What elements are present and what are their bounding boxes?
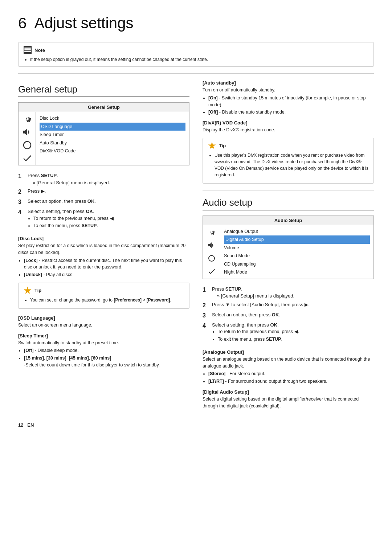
note-icon xyxy=(24,46,32,54)
analogue-output-section: [Analogue Output] Select an analogue set… xyxy=(203,349,374,385)
note-item: If the setup option is grayed out, it me… xyxy=(30,56,368,63)
tip-label: Tip xyxy=(34,288,41,293)
audio-speaker-icon xyxy=(206,240,217,251)
divx-tip-list: Use this player's DivX registration code… xyxy=(208,152,368,178)
auto-standby-bullets: [On] - Switch to standby 15 minutes of i… xyxy=(203,95,374,116)
svg-rect-0 xyxy=(24,48,31,49)
divx-tip-item: Use this player's DivX registration code… xyxy=(215,152,368,178)
audio-setup-menu: Analogue Output Digital Audio Setup Volu… xyxy=(220,225,373,279)
general-setup-title: General setup xyxy=(18,84,189,97)
osd-language-body: Select an on-screen menu language. xyxy=(18,322,189,329)
audio-sep xyxy=(203,190,374,190)
sleep-timer-title: [Sleep Timer] xyxy=(18,333,189,338)
gear-icon xyxy=(22,114,33,124)
digital-audio-section: [Digital Audio Setup] Select a digital s… xyxy=(203,389,374,410)
bullet-lock: [Lock] - Restrict access to the current … xyxy=(24,257,189,271)
menu-item-auto-standby: Auto Standby xyxy=(40,139,185,147)
tip-label-2: Tip xyxy=(219,143,226,148)
disc-lock-title: [Disc Lock] xyxy=(18,236,189,241)
auto-standby-body: Turn on or off automatically standby. xyxy=(203,87,374,94)
step-4: 4 Select a setting, then press OK. To re… xyxy=(18,208,189,231)
digital-audio-body: Select a digital setting based on the di… xyxy=(203,396,374,410)
audio-menu-digital: Digital Audio Setup xyxy=(224,235,370,244)
auto-standby-title: [Auto standby] xyxy=(203,80,374,86)
bullet-unlock: [Unlock] - Play all discs. xyxy=(24,271,189,278)
audio-setup-table: Audio Setup xyxy=(203,216,374,279)
audio-circle-icon xyxy=(206,253,217,264)
disc-lock-body: Set play restriction for a disc which is… xyxy=(18,242,189,256)
audio-setup-table-header: Audio Setup xyxy=(203,216,373,225)
note-box: Note If the setup option is grayed out, … xyxy=(18,42,374,67)
osd-language-section: [OSD Language] Select an on-screen menu … xyxy=(18,315,189,329)
tip-star-icon xyxy=(24,287,32,295)
main-content: General setup General Setup xyxy=(18,80,374,414)
audio-gear-icon xyxy=(206,227,217,238)
note-label: Note xyxy=(34,48,45,53)
speaker-icon xyxy=(22,127,33,138)
auto-standby-section: [Auto standby] Turn on or off automatica… xyxy=(203,80,374,116)
general-setup-steps: 1 Press SETUP. » [General Setup] menu is… xyxy=(18,172,189,231)
svg-rect-1 xyxy=(24,49,31,50)
audio-check-icon xyxy=(206,266,217,277)
audio-menu-cd-upsampling: CD Upsampling xyxy=(224,260,370,268)
analogue-output-body: Select an analogue setting based on the … xyxy=(203,356,374,370)
tip-box-divx: Tip Use this player's DivX registration … xyxy=(203,138,374,184)
audio-menu-night-mode: Night Mode xyxy=(224,268,370,276)
general-setup-menu: Disc Lock OSD Language Sleep Timer Auto … xyxy=(36,112,189,165)
svg-rect-2 xyxy=(24,51,31,52)
disc-lock-bullets: [Lock] - Restrict access to the current … xyxy=(18,257,189,278)
divx-vod-title: [DivX(R) VOD Code] xyxy=(203,120,374,126)
audio-menu-volume: Volume xyxy=(224,244,370,252)
divx-vod-body: Display the DivX® registration code. xyxy=(203,127,374,134)
step-3: 3 Select an option, then press OK. xyxy=(18,198,189,206)
general-setup-column: General setup General Setup xyxy=(18,80,189,414)
audio-setup-icons xyxy=(203,225,220,279)
audio-setup-title: Audio setup xyxy=(203,197,374,210)
tip-star-icon-2 xyxy=(208,142,216,150)
audio-step-1: 1 Press SETUP. » [General Setup] menu is… xyxy=(203,286,374,300)
step-2: 2 Press ▶. xyxy=(18,188,189,196)
circle-icon xyxy=(22,140,33,151)
page-title: 6 Adjust settings xyxy=(18,15,374,32)
sleep-timer-section: [Sleep Timer] Switch automatically to st… xyxy=(18,333,189,369)
check-icon xyxy=(22,153,33,164)
disc-lock-section: [Disc Lock] Set play restriction for a d… xyxy=(18,236,189,278)
tip-item: You can set or change the password, go t… xyxy=(30,297,184,303)
sleep-timer-body: Switch automatically to standby at the p… xyxy=(18,340,189,346)
note-list: If the setup option is grayed out, it me… xyxy=(24,56,368,63)
tip-box-password: Tip You can set or change the password, … xyxy=(18,283,189,309)
audio-setup-table-body: Analogue Output Digital Audio Setup Volu… xyxy=(203,225,373,279)
general-setup-table: General Setup xyxy=(18,102,189,165)
osd-language-title: [OSD Language] xyxy=(18,315,189,321)
menu-item-sleep-timer: Sleep Timer xyxy=(40,131,185,139)
general-setup-table-header: General Setup xyxy=(19,103,189,112)
audio-step-2: 2 Press ▼ to select [Audio Setup], then … xyxy=(203,301,374,310)
menu-item-disc-lock: Disc Lock xyxy=(40,114,185,123)
audio-step-3: 3 Select an option, then press OK. xyxy=(203,311,374,320)
audio-menu-analogue: Analogue Output xyxy=(224,227,370,236)
audio-menu-sound-mode: Sound Mode xyxy=(224,252,370,260)
analogue-output-bullets: [Stereo] - For stereo output. [LT/RT] - … xyxy=(203,370,374,385)
right-column: [Auto standby] Turn on or off automatica… xyxy=(203,80,374,414)
sleep-timer-bullets: [Off] - Disable sleep mode. [15 mins], [… xyxy=(18,347,189,368)
step-1: 1 Press SETUP. » [General Setup] menu is… xyxy=(18,172,189,186)
svg-point-4 xyxy=(209,255,215,261)
general-setup-table-body: Disc Lock OSD Language Sleep Timer Auto … xyxy=(19,112,189,165)
menu-item-divx-vod: DivX® VOD Code xyxy=(40,147,185,155)
digital-audio-title: [Digital Audio Setup] xyxy=(203,389,374,395)
menu-item-osd-language: OSD Language xyxy=(40,123,185,131)
section-divider xyxy=(18,73,374,74)
analogue-output-title: [Analogue Output] xyxy=(203,349,374,355)
divx-vod-section: [DivX(R) VOD Code] Display the DivX® reg… xyxy=(203,120,374,134)
page-number: 12 EN xyxy=(18,422,374,428)
audio-setup-steps: 1 Press SETUP. » [General Setup] menu is… xyxy=(203,286,374,344)
svg-point-3 xyxy=(24,141,31,149)
audio-step-4: 4 Select a setting, then press OK. To re… xyxy=(203,321,374,344)
general-setup-icons xyxy=(19,112,36,165)
tip-list: You can set or change the password, go t… xyxy=(24,297,184,303)
